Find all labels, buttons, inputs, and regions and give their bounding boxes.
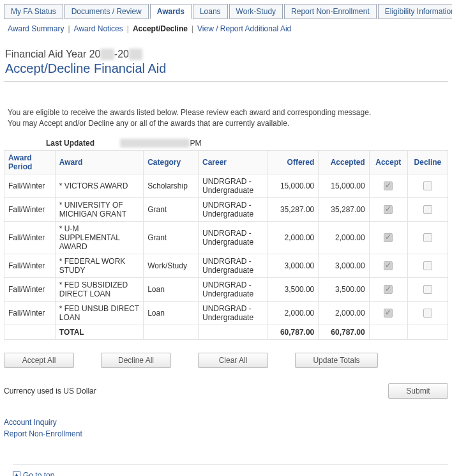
subnav-award-notices[interactable]: Award Notices <box>74 24 123 33</box>
subnav-accept-decline: Accept/Decline <box>133 24 188 33</box>
table-row: Fall/Winter* FEDERAL WORK STUDYWork/Stud… <box>4 254 448 277</box>
cell-accepted: 15,000.00 <box>319 174 369 197</box>
decline-checkbox[interactable] <box>423 205 432 214</box>
redacted-timestamp: XX/XX/XXXX XX:XX <box>120 139 190 148</box>
cell-accepted: 3,000.00 <box>319 254 369 277</box>
cell-offered: 35,287.00 <box>267 197 318 221</box>
subnav-separator: | <box>123 24 133 33</box>
subnav-view-report-additional-aid[interactable]: View / Report Additional Aid <box>197 24 291 33</box>
tab-eligibility-information[interactable]: Eligibility Information <box>378 4 452 19</box>
accept-checkbox[interactable] <box>384 309 393 318</box>
awards-table: Award Period Award Category Career Offer… <box>4 150 448 340</box>
cell-period: Fall/Winter <box>4 277 56 301</box>
cell-decline <box>407 254 448 277</box>
cell-offered: 3,000.00 <box>267 254 318 277</box>
accept-checkbox[interactable] <box>384 285 393 294</box>
accept-checkbox[interactable] <box>384 181 393 190</box>
clear-all-button[interactable]: Clear All <box>198 353 268 368</box>
aid-year-line: Financial Aid Year 20XX-20XX <box>5 49 448 60</box>
tab-my-fa-status[interactable]: My FA Status <box>4 4 63 19</box>
cell-decline <box>407 301 448 325</box>
cell-category: Loan <box>144 301 199 325</box>
subnav-award-summary[interactable]: Award Summary <box>8 24 64 33</box>
accept-checkbox[interactable] <box>384 261 393 270</box>
col-category: Category <box>144 150 199 174</box>
cell-award: * U-M SUPPLEMENTAL AWARD <box>55 221 143 254</box>
last-updated-value: XX/XX/XXXX XX:XXPM <box>120 139 201 148</box>
intro-line-2: You may Accept and/or Decline any or all… <box>8 118 444 129</box>
accept-checkbox[interactable] <box>384 233 393 242</box>
cell-career: UNDRGRAD - Undergraduate <box>199 254 268 277</box>
cell-accepted: 2,000.00 <box>319 301 369 325</box>
col-decline: Decline <box>407 150 448 174</box>
table-row: Fall/Winter* UNIVERSITY OF MICHIGAN GRAN… <box>4 197 448 221</box>
go-to-top-link[interactable]: ▲ Go to top <box>13 464 448 476</box>
cell-award: * UNIVERSITY OF MICHIGAN GRANT <box>55 197 143 221</box>
submit-button[interactable]: Submit <box>388 383 448 399</box>
table-row: Fall/Winter* U-M SUPPLEMENTAL AWARDGrant… <box>4 221 448 254</box>
intro-text: You are eligible to receive the awards l… <box>4 107 448 130</box>
decline-checkbox[interactable] <box>423 285 432 294</box>
cell-accepted: 2,000.00 <box>319 221 369 254</box>
table-row: Fall/Winter* FED UNSUB DIRECT LOANLoanUN… <box>4 301 448 325</box>
total-accepted: 60,787.00 <box>319 325 369 339</box>
report-non-enrollment-link[interactable]: Report Non-Enrollment <box>4 429 448 438</box>
bottom-links: Account Inquiry Report Non-Enrollment <box>4 418 448 438</box>
primary-tabs: My FA StatusDocuments / ReviewAwardsLoan… <box>4 4 448 19</box>
update-totals-button[interactable]: Update Totals <box>295 353 378 368</box>
col-period: Award Period <box>4 150 56 174</box>
cell-accept <box>369 221 407 254</box>
decline-checkbox[interactable] <box>423 309 432 318</box>
decline-checkbox[interactable] <box>423 181 432 190</box>
arrow-up-icon: ▲ <box>13 472 20 476</box>
tab-work-study[interactable]: Work-Study <box>229 4 283 19</box>
aid-year-mid: -20 <box>114 49 129 59</box>
decline-checkbox[interactable] <box>423 233 432 242</box>
tab-loans[interactable]: Loans <box>193 4 228 19</box>
total-offered: 60,787.00 <box>267 325 318 339</box>
action-button-row: Accept All Decline All Clear All Update … <box>4 353 448 368</box>
cell-category: Grant <box>144 221 199 254</box>
decline-all-button[interactable]: Decline All <box>101 353 171 368</box>
tab-documents-review[interactable]: Documents / Review <box>64 4 149 19</box>
decline-checkbox[interactable] <box>423 261 432 270</box>
cell-accept <box>369 277 407 301</box>
cell-period: Fall/Winter <box>4 254 56 277</box>
divider <box>4 81 448 82</box>
col-career: Career <box>199 150 268 174</box>
cell-award: * FED UNSUB DIRECT LOAN <box>55 301 143 325</box>
cell-accept <box>369 174 407 197</box>
col-award: Award <box>55 150 143 174</box>
last-updated-label: Last Updated <box>46 139 94 148</box>
currency-text: Currency used is US Dollar <box>4 387 96 395</box>
cell-category: Grant <box>144 197 199 221</box>
cell-career: UNDRGRAD - Undergraduate <box>199 197 268 221</box>
sub-nav: Award Summary|Award Notices|Accept/Decli… <box>4 22 448 40</box>
intro-line-1: You are eligible to receive the awards l… <box>8 107 444 118</box>
col-accept: Accept <box>369 150 407 174</box>
cell-accepted: 35,287.00 <box>319 197 369 221</box>
cell-period: Fall/Winter <box>4 197 56 221</box>
cell-offered: 3,500.00 <box>267 277 318 301</box>
cell-career: UNDRGRAD - Undergraduate <box>199 174 268 197</box>
cell-decline <box>407 221 448 254</box>
tab-awards[interactable]: Awards <box>150 4 192 19</box>
cell-decline <box>407 174 448 197</box>
cell-period: Fall/Winter <box>4 221 56 254</box>
currency-submit-row: Currency used is US Dollar Submit <box>4 383 448 399</box>
cell-accept <box>369 301 407 325</box>
account-inquiry-link[interactable]: Account Inquiry <box>4 418 448 427</box>
accept-checkbox[interactable] <box>384 205 393 214</box>
cell-accepted: 3,500.00 <box>319 277 369 301</box>
last-updated-row: Last Updated XX/XX/XXXX XX:XXPM <box>4 139 448 148</box>
cell-category: Work/Study <box>144 254 199 277</box>
col-accepted: Accepted <box>319 150 369 174</box>
cell-decline <box>407 197 448 221</box>
cell-decline <box>407 277 448 301</box>
tab-report-non-enrollment[interactable]: Report Non-Enrollment <box>284 4 377 19</box>
cell-offered: 2,000.00 <box>267 301 318 325</box>
subnav-separator: | <box>64 24 73 33</box>
accept-all-button[interactable]: Accept All <box>4 353 74 368</box>
go-to-top-label: Go to top <box>23 471 54 476</box>
cell-category: Loan <box>144 277 199 301</box>
